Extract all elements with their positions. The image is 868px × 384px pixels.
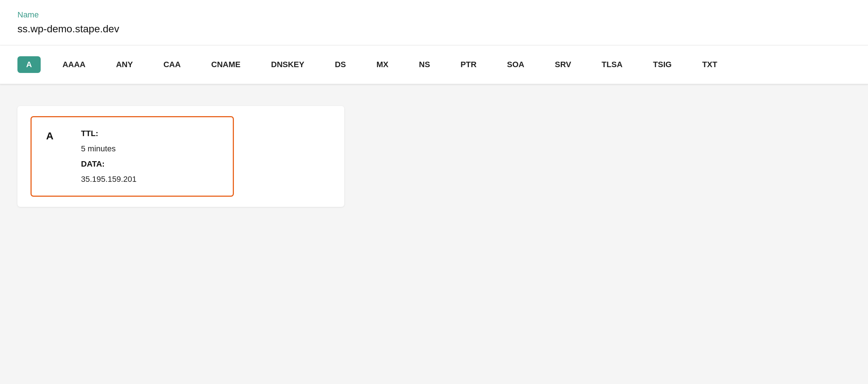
- tab-tlsa[interactable]: TLSA: [593, 56, 631, 73]
- tab-a[interactable]: A: [17, 56, 41, 73]
- tab-cname[interactable]: CNAME: [203, 56, 250, 73]
- tab-ds[interactable]: DS: [326, 56, 355, 73]
- tab-any[interactable]: ANY: [107, 56, 141, 73]
- data-label: DATA:: [81, 159, 137, 169]
- tab-tsig[interactable]: TSIG: [644, 56, 680, 73]
- content-area: A TTL: 5 minutes DATA: 35.195.159.201: [0, 84, 868, 229]
- name-value: ss.wp-demo.stape.dev: [17, 23, 851, 35]
- page-container: Name ss.wp-demo.stape.dev A AAAA ANY CAA…: [0, 0, 868, 384]
- tabs-list: A AAAA ANY CAA CNAME DNSKEY DS MX NS PTR…: [17, 56, 851, 73]
- record-type-label: A: [46, 129, 64, 142]
- record-highlighted: A TTL: 5 minutes DATA: 35.195.159.201: [31, 116, 234, 197]
- tab-dnskey[interactable]: DNSKEY: [262, 56, 313, 73]
- tab-ptr[interactable]: PTR: [452, 56, 485, 73]
- name-section: Name ss.wp-demo.stape.dev: [0, 0, 868, 45]
- record-details: TTL: 5 minutes DATA: 35.195.159.201: [81, 129, 137, 184]
- tab-srv[interactable]: SRV: [546, 56, 580, 73]
- result-card-wrapper: A TTL: 5 minutes DATA: 35.195.159.201: [17, 106, 344, 207]
- tab-ns[interactable]: NS: [410, 56, 439, 73]
- ttl-label: TTL:: [81, 129, 137, 138]
- tab-mx[interactable]: MX: [368, 56, 397, 73]
- tab-aaaa[interactable]: AAAA: [54, 56, 94, 73]
- tab-caa[interactable]: CAA: [155, 56, 190, 73]
- tab-soa[interactable]: SOA: [498, 56, 533, 73]
- tab-txt[interactable]: TXT: [693, 56, 726, 73]
- tabs-section: A AAAA ANY CAA CNAME DNSKEY DS MX NS PTR…: [0, 45, 868, 84]
- name-label: Name: [17, 10, 851, 20]
- data-value: 35.195.159.201: [81, 175, 137, 184]
- ttl-value: 5 minutes: [81, 144, 137, 154]
